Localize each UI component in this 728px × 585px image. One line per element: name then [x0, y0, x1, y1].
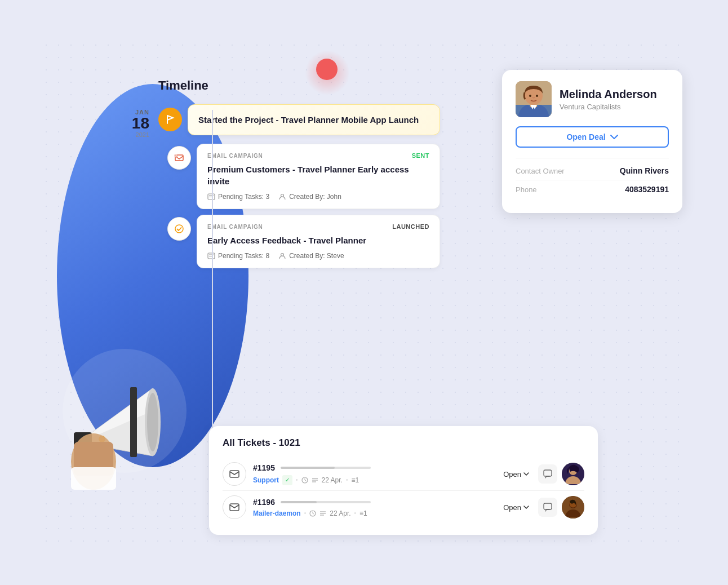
email-campaign-2-icon [167, 217, 191, 241]
ticket-2-mail-icon [223, 495, 246, 519]
svg-point-6 [147, 393, 158, 451]
phone-row: Phone 4083529191 [516, 180, 669, 198]
ticket-1-actions: Open [499, 463, 584, 485]
campaign-2-creator: Created By: Steve [278, 252, 344, 260]
megaphone-illustration [51, 343, 198, 501]
ticket-2-id: #1196 [253, 498, 275, 507]
ticket-1-avatar [562, 463, 584, 485]
ticket-2-progress [281, 501, 371, 503]
timeline-panel: Timeline JAN 18 2021 Started the Project… [113, 78, 440, 268]
contact-owner-label: Contact Owner [516, 167, 565, 175]
svg-rect-4 [130, 387, 137, 457]
svg-rect-30 [230, 504, 239, 511]
campaign-2-title: Early Access Feedback - Travel Planner [207, 234, 429, 246]
ticket-2-actions: Open [499, 496, 584, 518]
ticket-1-count: ≡1 [351, 476, 359, 484]
open-deal-button[interactable]: Open Deal [516, 126, 669, 148]
svg-point-17 [175, 225, 183, 233]
ticket-row-2[interactable]: #1196 Mailer-daemon • 22 Apr. • ≡1 Open [223, 491, 584, 524]
campaign-1-status: SENT [412, 152, 429, 159]
ticket-2-date: 22 Apr. [330, 509, 350, 517]
campaign-1-tasks: Pending Tasks: 3 [207, 193, 269, 201]
ticket-2-comment-btn[interactable] [538, 498, 557, 517]
ticket-2-count: ≡1 [359, 509, 367, 517]
ticket-1-date: 22 Apr. [322, 476, 343, 484]
tickets-title: All Tickets - 1021 [223, 437, 584, 449]
campaign-2-tasks: Pending Tasks: 8 [207, 252, 269, 260]
tickets-panel: All Tickets - 1021 #1195 Support ✓ • 22 … [209, 426, 598, 535]
email-campaign-2-card[interactable]: EMAIL CAMPAIGN LAUNCHED Early Access Fee… [197, 215, 440, 268]
campaign-2-status: LAUNCHED [392, 223, 429, 230]
contact-name: Melinda Anderson [560, 87, 657, 101]
ticket-2-status-btn[interactable]: Open [499, 501, 534, 514]
ticket-row-1[interactable]: #1195 Support ✓ • 22 Apr. • ≡1 Open [223, 458, 584, 491]
project-start-title: Started the Project - Travel Planner Mob… [198, 114, 429, 126]
contact-card: Melinda Anderson Ventura Capitalists Ope… [502, 70, 682, 213]
campaign-1-title: Premium Customers - Travel Planner Early… [207, 163, 429, 187]
ticket-1-status-btn[interactable]: Open [499, 468, 534, 481]
ticket-2-tag: Mailer-daemon [253, 509, 301, 517]
ticket-1-tag: Support [253, 476, 279, 484]
ticket-1-progress [281, 467, 371, 469]
phone-value: 4083529191 [625, 185, 669, 194]
email-campaign-1-icon [167, 146, 191, 170]
contact-owner-row: Contact Owner Quinn Rivers [516, 162, 669, 180]
timeline-date: JAN 18 2021 [113, 104, 158, 138]
ticket-1-comment-btn[interactable] [538, 464, 557, 484]
contact-company: Ventura Capitalists [560, 103, 657, 111]
svg-rect-27 [544, 470, 552, 476]
project-start-card[interactable]: Started the Project - Travel Planner Mob… [188, 104, 440, 135]
ticket-2-avatar [562, 496, 584, 518]
svg-point-43 [529, 95, 531, 97]
ticket-1-mail-icon [223, 462, 246, 486]
ticket-1-id: #1195 [253, 463, 275, 472]
project-start-icon [158, 108, 182, 131]
timeline-title: Timeline [113, 78, 440, 93]
email-campaign-1-card[interactable]: EMAIL CAMPAIGN SENT Premium Customers - … [197, 144, 440, 209]
campaign-2-type: EMAIL CAMPAIGN [207, 224, 263, 230]
contact-avatar [516, 81, 552, 117]
campaign-1-type: EMAIL CAMPAIGN [207, 153, 263, 159]
ticket-1-tag-badge: ✓ [282, 475, 292, 485]
red-dot [316, 59, 338, 80]
svg-rect-22 [230, 471, 239, 477]
timeline-line [212, 110, 213, 437]
svg-rect-35 [544, 503, 552, 509]
svg-point-44 [536, 95, 538, 97]
svg-rect-10 [71, 467, 116, 490]
contact-owner-value: Quinn Rivers [620, 166, 669, 175]
campaign-1-creator: Created By: John [278, 193, 341, 201]
phone-label: Phone [516, 185, 537, 194]
